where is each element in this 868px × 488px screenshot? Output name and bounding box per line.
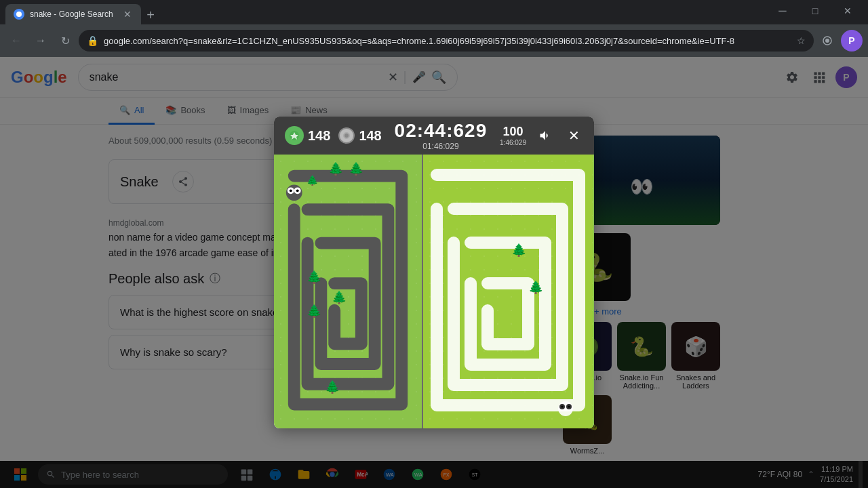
lock-icon: 🔒	[87, 35, 98, 46]
forward-button[interactable]: →	[30, 30, 52, 52]
player2-score: 148	[359, 128, 381, 144]
svg-point-15	[344, 134, 349, 138]
game-header: 148 148 02:44:629 01:46:029	[274, 117, 594, 155]
svg-point-2	[825, 39, 829, 43]
player1-score-section: 148	[285, 126, 330, 145]
address-text: google.com/search?q=snake&rlz=1C1CHZN_en…	[104, 36, 791, 46]
food-right-1: 🌲	[511, 243, 526, 258]
tab-close-button[interactable]: ✕	[122, 9, 133, 20]
tab-title: snake - Google Search	[30, 9, 117, 19]
nav-right: P	[816, 30, 863, 52]
close-window-button[interactable]: ✕	[833, 1, 863, 20]
svg-point-20	[296, 189, 299, 192]
tab-bar: snake - Google Search ✕ + ─ □ ✕	[0, 0, 868, 24]
maximize-button[interactable]: □	[800, 1, 830, 20]
right-game-panel: 🌲 🌲	[423, 155, 593, 428]
svg-point-19	[290, 189, 292, 192]
browser-frame: snake - Google Search ✕ + ─ □ ✕ ← → ↻ 🔒 …	[0, 0, 868, 488]
extensions-button[interactable]	[816, 30, 838, 52]
main-timer: 02:44:629	[395, 120, 488, 142]
tree-3: 🌲	[307, 175, 318, 186]
player1-score: 148	[308, 128, 330, 144]
sub-timer: 01:46:029	[422, 142, 458, 151]
minimize-button[interactable]: ─	[768, 1, 797, 20]
tree-2: 🌲	[349, 161, 363, 176]
high-score-section: 100 1:46:029	[500, 125, 526, 146]
food-right-2: 🌲	[528, 280, 543, 295]
game-canvas: 🌲 🌲 🌲 🌲 🌲 🌲 🌲	[274, 155, 594, 428]
timer-section: 02:44:629 01:46:029	[390, 120, 492, 151]
game-close-button[interactable]: ✕	[564, 126, 583, 145]
dark-snake-svg	[274, 155, 422, 428]
high-score-sub: 1:46:029	[500, 139, 526, 146]
tree-1: 🌲	[328, 161, 343, 176]
svg-point-0	[16, 12, 22, 17]
svg-point-25	[568, 406, 570, 408]
svg-point-24	[561, 406, 564, 408]
reload-button[interactable]: ↻	[54, 30, 76, 52]
bookmark-icon: ☆	[797, 35, 806, 46]
volume-button[interactable]	[534, 125, 556, 146]
back-button[interactable]: ←	[5, 30, 27, 52]
white-snake-svg	[423, 155, 593, 428]
food-1: 🌲	[332, 290, 347, 305]
player2-icon	[338, 127, 355, 144]
page-content: Google snake ✕ | 🎤 🔍	[0, 57, 868, 488]
nav-bar: ← → ↻ 🔒 google.com/search?q=snake&rlz=1C…	[0, 24, 868, 57]
food-3: 🌲	[307, 270, 321, 285]
game-popup: 148 148 02:44:629 01:46:029	[274, 117, 594, 428]
player2-score-section: 148	[338, 127, 381, 144]
tree-4: 🌲	[325, 380, 340, 394]
new-tab-button[interactable]: +	[141, 5, 160, 24]
food-2: 🌲	[307, 304, 321, 319]
game-overlay: 148 148 02:44:629 01:46:029	[0, 57, 868, 488]
address-bar[interactable]: 🔒 google.com/search?q=snake&rlz=1C1CHZN_…	[79, 30, 814, 52]
active-tab[interactable]: snake - Google Search ✕	[5, 4, 141, 24]
svg-point-21	[558, 401, 573, 416]
profile-button[interactable]: P	[841, 30, 863, 52]
profile-avatar: P	[841, 30, 863, 52]
high-score-value: 100	[503, 125, 524, 139]
player1-icon	[285, 126, 304, 145]
left-game-panel: 🌲 🌲 🌲 🌲 🌲 🌲 🌲	[274, 155, 423, 428]
tab-favicon	[14, 9, 24, 20]
